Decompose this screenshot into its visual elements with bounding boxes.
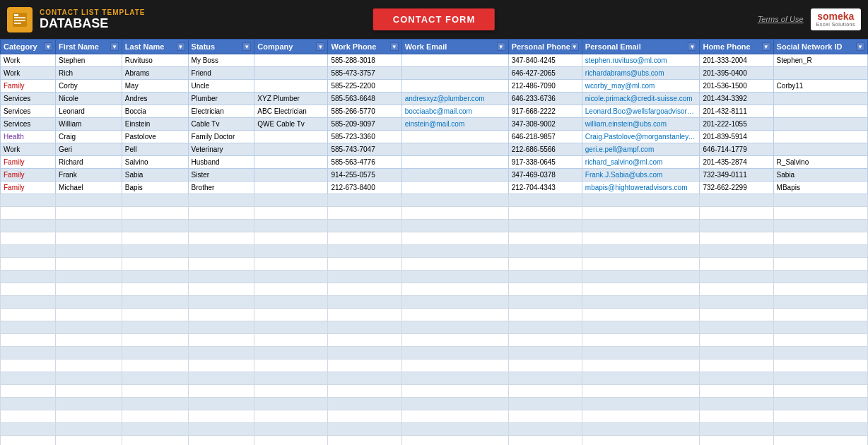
cell-status: Friend <box>188 67 254 80</box>
empty-cell <box>328 296 401 309</box>
empty-cell <box>188 398 254 410</box>
empty-cell <box>254 245 328 258</box>
empty-cell <box>188 232 254 245</box>
cell-homephone: 201-435-2874 <box>700 156 773 169</box>
empty-cell <box>700 398 773 410</box>
cell-homephone: 201-536-1500 <box>700 80 773 93</box>
empty-cell <box>508 423 582 436</box>
col-header-firstname: First Name ▼ <box>56 40 122 54</box>
table-row: WorkStephenRuvitusoMy Boss585-288-301834… <box>1 54 868 67</box>
cell-lastname: Andres <box>122 93 188 105</box>
empty-cell <box>773 423 867 436</box>
empty-cell <box>122 321 188 334</box>
empty-cell <box>254 258 328 271</box>
empty-cell <box>122 258 188 271</box>
empty-cell <box>56 194 122 207</box>
col-header-company: Company ▼ <box>254 40 328 54</box>
empty-cell <box>773 245 867 258</box>
empty-cell <box>56 321 122 334</box>
personalphone-filter-arrow[interactable]: ▼ <box>570 42 579 51</box>
cell-personalemail: Craig.Pastolove@morganstanley.com <box>582 131 700 143</box>
empty-cell <box>700 232 773 245</box>
empty-cell <box>508 398 582 410</box>
cell-socialnetwork <box>773 143 867 156</box>
empty-cell <box>122 334 188 347</box>
empty-cell <box>401 232 508 245</box>
cell-personalphone: 347-469-0378 <box>508 169 582 182</box>
empty-cell <box>508 347 582 360</box>
cell-category: Work <box>1 143 56 156</box>
cell-workphone: 585-266-5770 <box>328 105 401 118</box>
cell-lastname: Bapis <box>122 182 188 194</box>
empty-row <box>1 436 868 446</box>
empty-cell <box>700 372 773 385</box>
status-filter-arrow[interactable]: ▼ <box>242 42 251 51</box>
empty-cell <box>582 436 700 446</box>
empty-cell <box>122 360 188 372</box>
cell-category: Services <box>1 105 56 118</box>
empty-cell <box>188 385 254 398</box>
cell-personalphone: 646-233-6736 <box>508 93 582 105</box>
cell-workphone: 585-743-7047 <box>328 143 401 156</box>
empty-cell <box>56 258 122 271</box>
empty-cell <box>700 194 773 207</box>
header: CONTACT LIST TEMPLATE DATABASE CONTACT F… <box>0 0 868 39</box>
cell-status: My Boss <box>188 54 254 67</box>
empty-cell <box>508 385 582 398</box>
empty-cell <box>188 360 254 372</box>
empty-row <box>1 194 868 207</box>
empty-cell <box>56 372 122 385</box>
empty-cell <box>773 220 867 232</box>
empty-cell <box>188 423 254 436</box>
cell-company <box>254 67 328 80</box>
cell-socialnetwork <box>773 131 867 143</box>
empty-cell <box>56 271 122 283</box>
empty-cell <box>508 207 582 220</box>
cell-category: Work <box>1 67 56 80</box>
empty-cell <box>401 271 508 283</box>
col-header-socialnetwork: Social Network ID ▼ <box>773 40 867 54</box>
cell-personalphone: 646-427-2065 <box>508 67 582 80</box>
terms-of-use-link[interactable]: Terms of Use <box>758 15 804 23</box>
workemail-filter-arrow[interactable]: ▼ <box>497 42 505 51</box>
empty-cell <box>700 334 773 347</box>
cell-workemail <box>401 67 508 80</box>
empty-cell <box>254 385 328 398</box>
table-row: WorkGeriPellVeterinary585-743-7047212-68… <box>1 143 868 156</box>
empty-cell <box>1 436 56 446</box>
empty-cell <box>582 207 700 220</box>
cell-company: QWE Cable Tv <box>254 118 328 131</box>
workphone-filter-arrow[interactable]: ▼ <box>390 42 399 51</box>
cell-status: Husband <box>188 156 254 169</box>
contact-form-button[interactable]: CONTACT FORM <box>373 8 495 30</box>
empty-cell <box>122 207 188 220</box>
lastname-filter-arrow[interactable]: ▼ <box>177 42 185 51</box>
empty-cell <box>401 360 508 372</box>
empty-cell <box>188 283 254 296</box>
cell-category: Family <box>1 156 56 169</box>
empty-cell <box>188 207 254 220</box>
empty-cell <box>254 283 328 296</box>
empty-cell <box>188 220 254 232</box>
cell-firstname: Geri <box>56 143 122 156</box>
empty-cell <box>254 220 328 232</box>
cell-firstname: William <box>56 118 122 131</box>
firstname-filter-arrow[interactable]: ▼ <box>110 42 119 51</box>
empty-cell <box>700 207 773 220</box>
socialnetwork-filter-arrow[interactable]: ▼ <box>856 42 864 51</box>
cell-category: Family <box>1 169 56 182</box>
empty-cell <box>401 296 508 309</box>
cell-workphone: 585-563-4776 <box>328 156 401 169</box>
cell-homephone: 646-714-1779 <box>700 143 773 156</box>
company-filter-arrow[interactable]: ▼ <box>316 42 324 51</box>
empty-cell <box>1 321 56 334</box>
cell-status: Brother <box>188 182 254 194</box>
empty-cell <box>56 207 122 220</box>
personalemail-filter-arrow[interactable]: ▼ <box>688 42 696 51</box>
empty-cell <box>1 360 56 372</box>
empty-cell <box>56 423 122 436</box>
category-filter-arrow[interactable]: ▼ <box>44 42 52 51</box>
cell-company <box>254 143 328 156</box>
empty-cell <box>508 220 582 232</box>
homephone-filter-arrow[interactable]: ▼ <box>762 42 770 51</box>
